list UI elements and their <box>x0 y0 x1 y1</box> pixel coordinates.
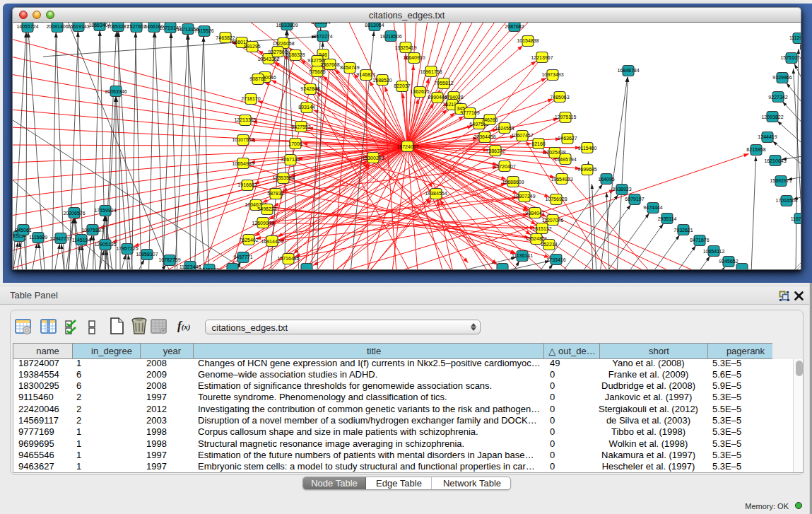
svg-text:16914479: 16914479 <box>261 239 283 244</box>
svg-text:8454749: 8454749 <box>340 65 359 70</box>
svg-text:575685: 575685 <box>309 69 325 74</box>
svg-text:1362615: 1362615 <box>410 89 429 94</box>
svg-text:746266: 746266 <box>481 117 498 122</box>
svg-text:10543362: 10543362 <box>257 57 279 62</box>
svg-text:1916682: 1916682 <box>237 182 257 187</box>
svg-text:20206576: 20206576 <box>63 211 85 216</box>
svg-text:20364436: 20364436 <box>473 134 495 139</box>
svg-text:14055724: 14055724 <box>16 24 38 29</box>
svg-text:17957225: 17957225 <box>116 246 138 251</box>
svg-text:9427552: 9427552 <box>291 124 310 129</box>
svg-text:12093822: 12093822 <box>761 115 783 119</box>
svg-text:2087682: 2087682 <box>505 24 524 29</box>
svg-text:9699695: 9699695 <box>577 167 596 172</box>
svg-text:15751074: 15751074 <box>780 55 801 60</box>
svg-text:8813054: 8813054 <box>311 23 330 25</box>
svg-text:5498222: 5498222 <box>257 206 276 211</box>
svg-text:7485063: 7485063 <box>550 95 569 100</box>
svg-text:10958107: 10958107 <box>136 252 158 257</box>
svg-text:10654112: 10654112 <box>703 249 725 254</box>
svg-text:11323448: 11323448 <box>180 264 201 269</box>
svg-text:9245652: 9245652 <box>719 259 738 264</box>
svg-text:11136141: 11136141 <box>512 253 533 258</box>
svg-text:3572274: 3572274 <box>313 34 332 39</box>
svg-text:12975115: 12975115 <box>555 115 577 119</box>
svg-text:845061: 845061 <box>15 228 31 233</box>
svg-text:10654985: 10654985 <box>232 161 254 166</box>
svg-text:2935114: 2935114 <box>658 216 677 221</box>
svg-text:13226058: 13226058 <box>272 41 294 46</box>
svg-text:891295: 891295 <box>244 44 260 49</box>
svg-text:9327509: 9327509 <box>268 49 287 54</box>
svg-text:8186328: 8186328 <box>286 52 305 57</box>
svg-text:19654923: 19654923 <box>551 177 572 182</box>
svg-text:9463627: 9463627 <box>558 136 577 141</box>
svg-text:1588520: 1588520 <box>372 78 392 83</box>
svg-text:17016504: 17016504 <box>775 198 797 203</box>
svg-text:15300293: 15300293 <box>362 156 384 160</box>
svg-text:19218506: 19218506 <box>379 34 401 39</box>
svg-text:1527602: 1527602 <box>126 24 146 29</box>
svg-text:1145194: 1145194 <box>72 238 91 243</box>
svg-text:17159924: 17159924 <box>94 208 116 213</box>
svg-text:10653287: 10653287 <box>107 24 129 29</box>
svg-text:16782759: 16782759 <box>158 257 180 262</box>
svg-text:16961758: 16961758 <box>420 69 442 74</box>
svg-text:12905135: 12905135 <box>94 242 116 247</box>
svg-text:10107552: 10107552 <box>232 137 254 142</box>
svg-text:17006: 17006 <box>288 141 302 146</box>
svg-text:12353594: 12353594 <box>272 175 294 180</box>
svg-text:7955812: 7955812 <box>434 81 453 86</box>
svg-text:2718170: 2718170 <box>241 96 260 101</box>
svg-text:252214: 252214 <box>541 242 557 247</box>
svg-text:10975887: 10975887 <box>81 228 103 233</box>
svg-text:7386372: 7386372 <box>486 148 505 153</box>
svg-text:13325419: 13325419 <box>394 45 416 50</box>
svg-text:9777169: 9777169 <box>460 110 479 115</box>
svg-text:19384554: 19384554 <box>425 191 447 196</box>
svg-text:16640910: 16640910 <box>403 55 425 60</box>
svg-text:6879197: 6879197 <box>625 197 644 201</box>
svg-text:9384047: 9384047 <box>525 211 544 216</box>
svg-text:16619143: 16619143 <box>67 24 89 29</box>
svg-text:9146821: 9146821 <box>356 72 375 77</box>
svg-text:12213369: 12213369 <box>234 117 256 122</box>
svg-text:20091406: 20091406 <box>46 24 68 29</box>
svg-text:18724007: 18724007 <box>396 144 418 149</box>
svg-text:1244419: 1244419 <box>758 134 777 139</box>
svg-text:12609949: 12609949 <box>252 221 273 226</box>
svg-text:7625402: 7625402 <box>239 238 258 243</box>
svg-text:822037: 822037 <box>394 83 410 88</box>
svg-text:2367608: 2367608 <box>320 62 339 67</box>
svg-text:62160: 62160 <box>531 141 546 146</box>
svg-text:8938923: 8938923 <box>612 187 631 192</box>
svg-text:15692971: 15692971 <box>770 178 792 183</box>
svg-text:15716485: 15716485 <box>277 256 299 261</box>
svg-text:9457771: 9457771 <box>233 255 252 259</box>
svg-text:164095: 164095 <box>598 177 614 182</box>
svg-text:10154838: 10154838 <box>517 38 539 43</box>
svg-text:9227342: 9227342 <box>768 95 787 100</box>
svg-text:7515526: 7515526 <box>194 28 213 33</box>
svg-text:11207046: 11207046 <box>542 218 564 223</box>
svg-text:10973493: 10973493 <box>541 72 563 77</box>
svg-text:14495794: 14495794 <box>554 157 576 162</box>
svg-text:1112034: 1112034 <box>789 35 801 40</box>
svg-text:9474444: 9474444 <box>643 205 662 210</box>
svg-text:1733416: 1733416 <box>546 257 565 262</box>
svg-text:10756928: 10756928 <box>545 197 567 201</box>
svg-text:9329966: 9329966 <box>772 75 792 80</box>
svg-text:16033809: 16033809 <box>276 23 298 28</box>
svg-text:9242848: 9242848 <box>300 86 319 91</box>
svg-text:8813054: 8813054 <box>365 23 384 28</box>
svg-text:15720407: 15720407 <box>493 164 515 169</box>
svg-text:908761: 908761 <box>249 76 266 81</box>
svg-text:10688609: 10688609 <box>502 180 524 185</box>
svg-text:10607457: 10607457 <box>511 133 533 138</box>
svg-text:1115689: 1115689 <box>29 235 47 240</box>
svg-text:7932621: 7932621 <box>673 228 693 233</box>
svg-text:12942737: 12942737 <box>49 236 71 241</box>
svg-text:1167534: 1167534 <box>791 216 801 221</box>
svg-text:16210643: 16210643 <box>764 158 786 163</box>
svg-text:8215958: 8215958 <box>746 147 765 152</box>
